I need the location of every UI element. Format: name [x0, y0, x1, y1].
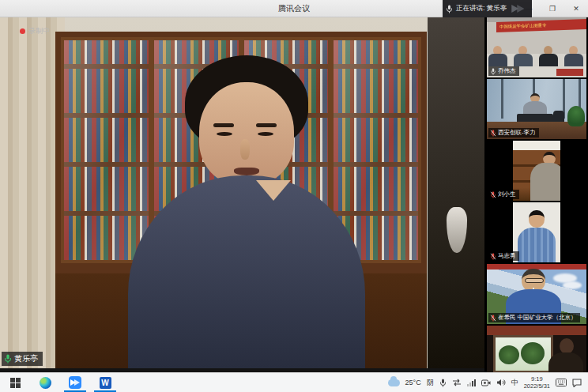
edge-icon	[40, 377, 51, 389]
window-title: 腾讯会议	[278, 3, 310, 14]
main-speaker-name: 黄乐亭	[14, 353, 38, 364]
mic-muted-icon	[490, 253, 496, 260]
weather-cloud-icon[interactable]	[388, 379, 400, 386]
signal-icon[interactable]	[467, 379, 476, 386]
participant-name: 马志勇	[498, 252, 516, 260]
action-center-icon[interactable]	[572, 379, 582, 387]
ethernet-icon[interactable]	[452, 379, 462, 386]
speaker-portrait	[155, 55, 337, 368]
windows-taskbar: W 25°C 阴 中 9:19	[0, 372, 588, 392]
participant-name: 乔伟杰	[498, 67, 516, 75]
tray-clock[interactable]: 9:19 2022/5/31	[524, 375, 550, 390]
dark-corner-background	[428, 17, 484, 368]
participant-thumbnail[interactable]: 刘小生	[487, 141, 586, 201]
participant-thumbnail[interactable]: 中国煤炭学会矿山测量专 乔伟杰	[487, 17, 586, 77]
mic-active-icon	[4, 354, 12, 364]
weather-condition[interactable]: 阴	[427, 378, 434, 388]
clock-date: 2022/5/31	[524, 383, 550, 390]
speaking-banner: 正在讲话: 黄乐亭	[443, 0, 532, 17]
taskbar-app-buttons: W	[0, 373, 120, 392]
tencent-meeting-icon	[69, 376, 81, 389]
touch-keyboard-icon[interactable]	[556, 379, 567, 386]
app-window: 腾讯会议 — ❐ ✕ 正在讲话: 黄乐亭	[0, 0, 588, 392]
participant-thumbnail[interactable]: 西安创联-李力	[487, 79, 586, 139]
mic-muted-icon	[490, 191, 496, 198]
participant-name: 西安创联-李力	[498, 129, 536, 137]
participant-thumbnail[interactable]: 崔希民 中国矿业大学（北京）	[487, 264, 586, 324]
main-video-feed[interactable]: 录制中 黄乐亭	[0, 17, 484, 372]
participant-name-badge: 刘小生	[488, 190, 519, 199]
edge-browser-button[interactable]	[30, 373, 60, 392]
close-button[interactable]: ✕	[564, 0, 588, 17]
participant-name-badge: 乔伟杰	[488, 66, 519, 76]
system-tray: 25°C 阴 中 9:19 2022/5/31	[388, 373, 588, 392]
participant-name: 刘小生	[498, 190, 516, 198]
camera-in-use-icon[interactable]	[481, 379, 491, 386]
main-speaker-name-badge: 黄乐亭	[2, 352, 43, 366]
mic-on-icon	[490, 68, 496, 75]
tencent-meeting-button[interactable]	[60, 373, 90, 392]
windows-logo-icon	[10, 378, 21, 388]
meeting-banner-in-video: 中国煤炭学会矿山测量专	[496, 19, 586, 32]
tray-mic-icon[interactable]	[439, 379, 447, 387]
mic-muted-icon	[490, 130, 496, 137]
start-button[interactable]	[0, 373, 30, 392]
participant-thumbnail[interactable]: 胡周海	[487, 326, 586, 372]
speaking-label: 正在讲话: 黄乐亭	[456, 4, 507, 13]
participant-name-badge: 崔希民 中国矿业大学（北京）	[488, 313, 580, 322]
recording-label: 录制中	[28, 26, 50, 36]
meeting-logo-watermark-icon	[510, 3, 527, 14]
participant-name-badge: 西安创联-李力	[488, 128, 539, 138]
word-button[interactable]: W	[90, 373, 120, 392]
participant-sidebar[interactable]: 中国煤炭学会矿山测量专 乔伟杰	[484, 17, 588, 372]
ime-indicator[interactable]: 中	[511, 378, 518, 388]
mic-muted-icon	[490, 315, 496, 322]
recording-indicator: 录制中	[20, 26, 50, 36]
volume-icon[interactable]	[496, 379, 506, 386]
participant-name: 崔希民 中国矿业大学（北京）	[498, 314, 577, 322]
weather-temperature[interactable]: 25°C	[405, 379, 421, 386]
clock-time: 9:19	[524, 375, 550, 383]
record-dot-icon	[20, 28, 25, 34]
restore-button[interactable]: ❐	[541, 0, 564, 17]
word-icon: W	[100, 377, 111, 389]
mic-icon	[446, 5, 453, 13]
participant-name-badge: 马志勇	[488, 251, 519, 261]
main-video-scene	[0, 17, 484, 368]
participant-thumbnail[interactable]: 马志勇	[487, 202, 586, 262]
